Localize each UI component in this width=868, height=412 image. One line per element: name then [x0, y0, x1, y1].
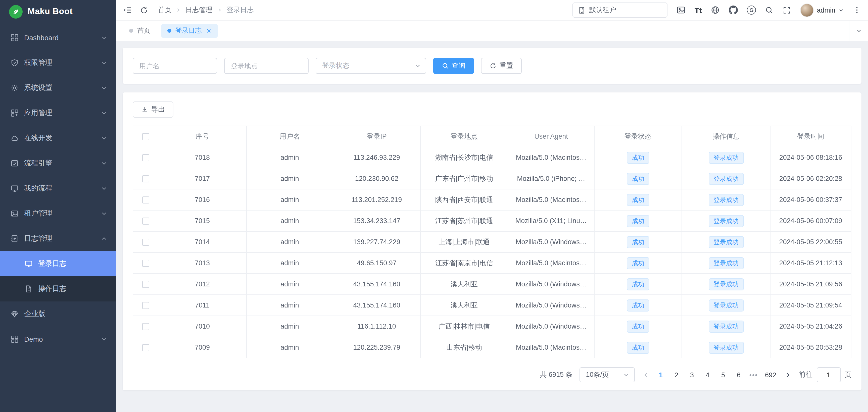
row-checkbox[interactable] [142, 260, 149, 267]
cell-username: admin [247, 189, 333, 210]
username-input[interactable] [133, 58, 217, 74]
row-checkbox[interactable] [142, 176, 149, 182]
board-check-icon [10, 159, 19, 167]
sidebar-item-my-flows[interactable]: 我的流程 [0, 176, 116, 201]
operation-tag[interactable]: 登录成功 [708, 172, 744, 185]
goto-page: 前往 页 [799, 367, 851, 382]
row-checkbox[interactable] [142, 239, 149, 246]
globe-icon[interactable] [711, 5, 720, 14]
page-button-6[interactable]: 6 [735, 371, 742, 379]
sidebar-item-login-log[interactable]: 登录日志 [0, 251, 116, 276]
page-button-4[interactable]: 4 [704, 371, 711, 379]
tabs-menu-chevron-icon[interactable] [849, 21, 868, 41]
cell-user-agent: Mozilla/5.0 (Macintos… [508, 252, 594, 274]
page-size-select[interactable]: 10条/页 [580, 367, 635, 382]
row-checkbox[interactable] [142, 323, 149, 330]
topbar-actions: 默认租户 Tt G admin [572, 2, 861, 18]
cell-time: 2024-05-05 21:04:26 [770, 316, 851, 337]
sidebar-item-enterprise[interactable]: 企业版 [0, 302, 116, 326]
sidebar-item-label: 应用管理 [24, 108, 101, 118]
operation-tag[interactable]: 登录成功 [708, 215, 744, 227]
operation-tag[interactable]: 登录成功 [708, 194, 744, 206]
cell-user-agent: Mozilla/5.0 (Macintos… [508, 147, 594, 168]
operation-tag[interactable]: 登录成功 [708, 278, 744, 290]
cell-operation: 登录成功 [682, 189, 770, 210]
sidebar-item-workflow[interactable]: 流程引擎 [0, 151, 116, 176]
refresh-icon[interactable] [140, 6, 148, 14]
row-checkbox[interactable] [142, 154, 149, 161]
goto-unit-label: 页 [845, 370, 851, 379]
export-button[interactable]: 导出 [133, 101, 174, 118]
tenant-select[interactable]: 默认租户 [572, 2, 668, 18]
more-icon[interactable] [853, 6, 861, 14]
collapse-sidebar-icon[interactable] [123, 5, 132, 14]
sidebar-item-demo[interactable]: Demo [0, 326, 116, 352]
close-icon[interactable] [206, 28, 212, 33]
sidebar-item-label: 租户管理 [24, 209, 101, 218]
login-location-input[interactable] [224, 58, 309, 74]
breadcrumb-home[interactable]: 首页 [158, 5, 172, 14]
sidebar-item-apps[interactable]: 应用管理 [0, 100, 116, 126]
search-icon[interactable] [765, 6, 774, 14]
chevron-right-icon [176, 7, 181, 12]
cell-id: 7011 [158, 295, 247, 316]
select-all-checkbox[interactable] [142, 133, 149, 140]
breadcrumb-log-management[interactable]: 日志管理 [185, 5, 213, 14]
sidebar-item-label: 登录日志 [38, 259, 107, 268]
sidebar-item-system-settings[interactable]: 系统设置 [0, 75, 116, 100]
pagination: 共 6915 条 10条/页 123456 ••• 692 前往 页 [133, 367, 851, 382]
prev-page-button[interactable] [642, 371, 650, 379]
tab-login-log[interactable]: 登录日志 [161, 24, 218, 37]
cell-id: 7015 [158, 210, 247, 231]
operation-tag[interactable]: 登录成功 [708, 341, 744, 353]
page-button-3[interactable]: 3 [688, 371, 695, 379]
github-icon[interactable] [729, 5, 738, 14]
user-menu[interactable]: admin [800, 3, 844, 17]
cell-checkbox [133, 168, 158, 189]
row-checkbox[interactable] [142, 218, 149, 225]
monitor-icon [10, 184, 19, 193]
operation-tag[interactable]: 登录成功 [708, 152, 744, 163]
operation-tag[interactable]: 登录成功 [708, 236, 744, 248]
goto-page-input[interactable] [816, 367, 841, 382]
sidebar-item-permissions[interactable]: 权限管理 [0, 50, 116, 75]
operation-tag[interactable]: 登录成功 [708, 320, 744, 332]
login-status-select[interactable]: 登录状态 [316, 58, 426, 74]
cell-checkbox [133, 337, 158, 358]
pager-ellipsis[interactable]: ••• [749, 371, 758, 379]
cell-ip: 113.201.252.219 [333, 189, 421, 210]
fullscreen-icon[interactable] [782, 6, 791, 14]
page-button-5[interactable]: 5 [720, 371, 727, 379]
row-checkbox[interactable] [142, 281, 149, 288]
page-button-last[interactable]: 692 [765, 371, 776, 379]
page-button-2[interactable]: 2 [673, 371, 680, 379]
sidebar-item-operation-log[interactable]: 操作日志 [0, 276, 116, 302]
select-placeholder: 登录状态 [322, 61, 349, 70]
row-checkbox[interactable] [142, 302, 149, 309]
sidebar-item-dashboard[interactable]: Dashboard [0, 25, 116, 50]
theme-icon[interactable] [677, 5, 686, 14]
page-size-value: 10条/页 [586, 370, 609, 379]
font-size-icon[interactable]: Tt [694, 6, 702, 14]
operation-tag[interactable]: 登录成功 [708, 299, 744, 311]
operation-tag[interactable]: 登录成功 [708, 257, 744, 269]
sidebar-item-log-management[interactable]: 日志管理 [0, 226, 116, 251]
page-button-1[interactable]: 1 [657, 371, 664, 379]
next-page-button[interactable] [783, 371, 792, 379]
sidebar-item-label: 操作日志 [38, 284, 107, 293]
cell-user-agent: Mozilla/5.0 (Windows… [508, 274, 594, 295]
app-root: Maku Boot Dashboard 权限管理 系统设置 应用管理 [0, 0, 868, 412]
row-checkbox[interactable] [142, 196, 149, 203]
cell-id: 7010 [158, 316, 247, 337]
cell-ip: 116.1.112.10 [333, 316, 421, 337]
cell-operation: 登录成功 [682, 168, 770, 189]
gitee-icon[interactable]: G [747, 5, 756, 14]
sidebar-item-online-dev[interactable]: 在线开发 [0, 126, 116, 151]
cell-user-agent: Mozilla/5.0 (Macintos… [508, 189, 594, 210]
tab-home[interactable]: 首页 [123, 24, 156, 37]
reset-button[interactable]: 重置 [481, 58, 522, 74]
row-checkbox[interactable] [142, 344, 149, 351]
table-row: 7013 admin 49.65.150.97 江苏省|南京市|电信 Mozil… [133, 252, 851, 274]
sidebar-item-tenants[interactable]: 租户管理 [0, 201, 116, 226]
search-button[interactable]: 查询 [433, 58, 474, 74]
